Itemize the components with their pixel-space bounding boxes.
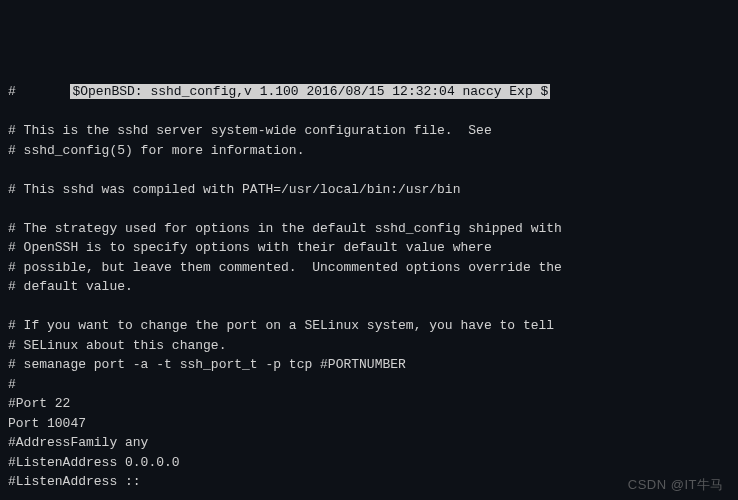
config-line: # This sshd was compiled with PATH=/usr/… (8, 182, 460, 197)
config-line: # SELinux about this change. (8, 338, 226, 353)
config-line: # default value. (8, 279, 133, 294)
config-line: # sshd_config(5) for more information. (8, 143, 304, 158)
openbsd-tag: $OpenBSD: sshd_config,v 1.100 2016/08/15… (70, 84, 550, 99)
config-line: # If you want to change the port on a SE… (8, 318, 554, 333)
file-header-line: # $OpenBSD: sshd_config,v 1.100 2016/08/… (8, 84, 550, 99)
config-line: # OpenSSH is to specify options with the… (8, 240, 492, 255)
config-line: # This is the sshd server system-wide co… (8, 123, 492, 138)
config-line: #AddressFamily any (8, 435, 148, 450)
config-line: #Port 22 (8, 396, 70, 411)
config-line: #ListenAddress 0.0.0.0 (8, 455, 180, 470)
terminal-output: # $OpenBSD: sshd_config,v 1.100 2016/08/… (8, 82, 730, 500)
config-line: # The strategy used for options in the d… (8, 221, 562, 236)
comment-hash: # (8, 84, 16, 99)
config-line: # possible, but leave them commented. Un… (8, 260, 562, 275)
config-line: # semanage port -a -t ssh_port_t -p tcp … (8, 357, 406, 372)
config-line: # (8, 377, 16, 392)
watermark-text: CSDN @IT牛马 (628, 475, 724, 495)
config-line: #ListenAddress :: (8, 474, 141, 489)
config-line: Port 10047 (8, 416, 86, 431)
